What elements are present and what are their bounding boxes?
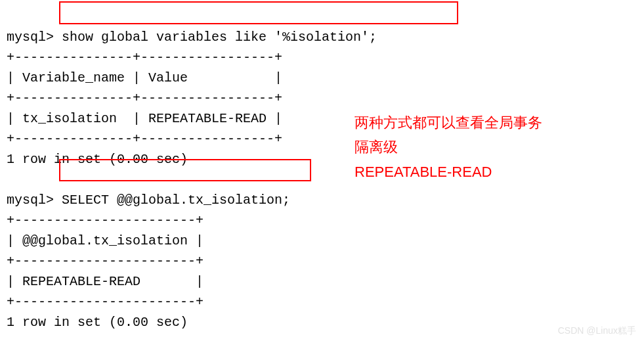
result-summary-2: 1 row in set (0.00 sec) [7, 315, 188, 330]
prompt-line-1: mysql> show global variables like '%isol… [7, 30, 377, 45]
prompt-line-2: mysql> SELECT @@global.tx_isolation; [7, 193, 290, 208]
watermark-text: CSDN @Linux糕手 [558, 324, 636, 338]
table-border: +-----------------------+ [7, 294, 204, 309]
annotation-text: 两种方式都可以查看全局事务 隔离级 REPEATABLE-READ [354, 110, 542, 184]
table-border: +-----------------------+ [7, 213, 204, 228]
sql-command-1: show global variables like '%isolation'; [54, 30, 377, 45]
terminal-output: mysql> show global variables like '%isol… [7, 7, 637, 341]
table-border: +---------------+-----------------+ [7, 91, 282, 106]
table-header-1: | Variable_name | Value | [7, 70, 282, 85]
result-summary-1: 1 row in set (0.00 sec) [7, 152, 188, 167]
table-border: +---------------+-----------------+ [7, 131, 282, 147]
mysql-prompt: mysql> [7, 30, 54, 45]
table-border: +---------------+-----------------+ [7, 50, 282, 65]
annotation-line-1: 两种方式都可以查看全局事务 [354, 110, 542, 135]
annotation-line-2: 隔离级 [354, 135, 542, 159]
annotation-line-3: REPEATABLE-READ [354, 160, 542, 184]
sql-command-2: SELECT @@global.tx_isolation; [54, 193, 290, 208]
mysql-prompt: mysql> [7, 193, 54, 208]
table-border: +-----------------------+ [7, 254, 204, 269]
table-header-2: | @@global.tx_isolation | [7, 233, 204, 248]
table-row-1: | tx_isolation | REPEATABLE-READ | [7, 111, 282, 126]
table-row-2: | REPEATABLE-READ | [7, 274, 204, 289]
